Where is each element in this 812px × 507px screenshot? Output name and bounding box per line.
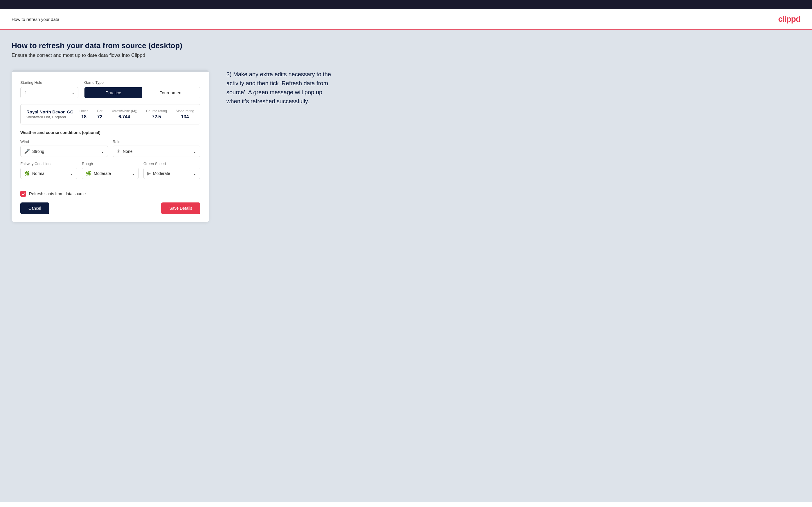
form-top-bar: [12, 70, 209, 72]
yards-value: 6,744: [118, 114, 130, 119]
green-speed-icon: ▶: [147, 171, 151, 176]
fairway-label: Fairway Conditions: [20, 162, 77, 166]
rain-select-left: ☀ None: [116, 149, 133, 154]
rough-value: Moderate: [94, 171, 111, 176]
wind-group: Wind 🎤 Strong ⌄: [20, 139, 108, 157]
wind-rain-row: Wind 🎤 Strong ⌄ Rain: [20, 139, 200, 157]
wind-arrow-icon: ⌄: [101, 149, 104, 154]
wind-select-left: 🎤 Strong: [24, 149, 44, 154]
rough-arrow-icon: ⌄: [132, 171, 135, 176]
game-type-label: Game Type: [84, 80, 200, 85]
green-speed-value: Moderate: [153, 171, 170, 176]
course-rating-label: Course rating: [146, 109, 167, 113]
holes-value: 18: [81, 114, 87, 119]
green-speed-arrow-icon: ⌄: [193, 171, 197, 176]
conditions-heading: Weather and course conditions (optional): [20, 130, 200, 135]
refresh-label: Refresh shots from data source: [29, 191, 86, 196]
logo: clippd: [778, 14, 800, 24]
top-bar: [0, 0, 812, 9]
fairway-value: Normal: [32, 171, 45, 176]
rough-select[interactable]: 🌿 Moderate ⌄: [82, 168, 139, 179]
rough-group: Rough 🌿 Moderate ⌄: [82, 162, 139, 179]
rain-group: Rain ☀ None ⌄: [113, 139, 200, 157]
header: How to refresh your data clippd: [0, 9, 812, 30]
starting-hole-select[interactable]: 1: [20, 87, 78, 98]
rain-icon: ☀: [116, 149, 120, 154]
rain-select[interactable]: ☀ None ⌄: [113, 146, 200, 157]
rough-label: Rough: [82, 162, 139, 166]
save-button[interactable]: Save Details: [161, 203, 200, 214]
par-value: 72: [97, 114, 102, 119]
fairway-rough-green-row: Fairway Conditions 🌿 Normal ⌄ Rough: [20, 162, 200, 179]
rain-arrow-icon: ⌄: [193, 149, 197, 154]
starting-hole-label: Starting Hole: [20, 80, 79, 85]
header-title: How to refresh your data: [12, 17, 59, 22]
slope-rating-label: Slope rating: [175, 109, 194, 113]
slope-rating-value: 134: [181, 114, 189, 119]
checkmark-icon: [21, 192, 25, 196]
rain-value: None: [123, 149, 133, 154]
fairway-select[interactable]: 🌿 Normal ⌄: [20, 168, 77, 179]
yards-stat: Yards/White (M)) 6,744: [111, 109, 137, 119]
form-body: Starting Hole 1 ⌄ Game Type Practice T: [12, 72, 209, 222]
wind-label: Wind: [20, 139, 108, 144]
starting-hole-select-wrapper[interactable]: 1 ⌄: [20, 87, 79, 98]
course-rating-value: 72.5: [152, 114, 161, 119]
main-content: How to refresh your data from source (de…: [0, 30, 812, 502]
refresh-checkbox-row: Refresh shots from data source: [20, 191, 200, 196]
sidebar-paragraph: 3) Make any extra edits necessary to the…: [226, 70, 337, 106]
cancel-button[interactable]: Cancel: [20, 203, 49, 214]
footer: Copyright Clippd 2022: [0, 502, 812, 507]
fairway-group: Fairway Conditions 🌿 Normal ⌄: [20, 162, 77, 179]
fairway-icon: 🌿: [24, 171, 30, 176]
tournament-button[interactable]: Tournament: [142, 87, 200, 98]
refresh-checkbox[interactable]: [20, 191, 26, 196]
holes-label: Holes: [80, 109, 89, 113]
par-label: Par: [97, 109, 102, 113]
green-speed-label: Green Speed: [143, 162, 200, 166]
course-rating-stat: Course rating 72.5: [146, 109, 167, 119]
wind-value: Strong: [32, 149, 44, 154]
wind-select[interactable]: 🎤 Strong ⌄: [20, 146, 108, 157]
green-speed-select[interactable]: ▶ Moderate ⌄: [143, 168, 200, 179]
course-location: Westward Ho!, England: [27, 115, 74, 119]
slope-rating-stat: Slope rating 134: [175, 109, 194, 119]
game-type-buttons: Practice Tournament: [84, 87, 200, 98]
game-type-group: Game Type Practice Tournament: [84, 80, 200, 98]
fairway-arrow-icon: ⌄: [70, 171, 73, 176]
form-buttons: Cancel Save Details: [20, 203, 200, 214]
sidebar-text: 3) Make any extra edits necessary to the…: [226, 70, 337, 106]
course-name: Royal North Devon GC,: [27, 109, 74, 114]
divider: [20, 185, 200, 185]
page-subheading: Ensure the correct and most up to date d…: [12, 53, 800, 58]
yards-label: Yards/White (M)): [111, 109, 137, 113]
fairway-select-left: 🌿 Normal: [24, 171, 45, 176]
course-details: Royal North Devon GC, Westward Ho!, Engl…: [27, 109, 74, 119]
par-stat: Par 72: [97, 109, 102, 119]
content-area: Starting Hole 1 ⌄ Game Type Practice T: [12, 70, 800, 222]
holes-stat: Holes 18: [80, 109, 89, 119]
course-info-box: Royal North Devon GC, Westward Ho!, Engl…: [20, 104, 200, 124]
wind-icon: 🎤: [24, 149, 30, 154]
rough-select-left: 🌿 Moderate: [86, 171, 111, 176]
page-heading: How to refresh your data from source (de…: [12, 41, 800, 50]
green-speed-group: Green Speed ▶ Moderate ⌄: [143, 162, 200, 179]
rain-label: Rain: [113, 139, 200, 144]
starting-hole-row: Starting Hole 1 ⌄ Game Type Practice T: [20, 80, 200, 98]
rough-icon: 🌿: [86, 171, 92, 176]
course-stats: Holes 18 Par 72 Yards/White (M)) 6,744: [80, 109, 194, 119]
starting-hole-group: Starting Hole 1 ⌄: [20, 80, 79, 98]
practice-button[interactable]: Practice: [85, 87, 142, 98]
form-panel: Starting Hole 1 ⌄ Game Type Practice T: [12, 70, 209, 222]
green-speed-select-left: ▶ Moderate: [147, 171, 170, 176]
